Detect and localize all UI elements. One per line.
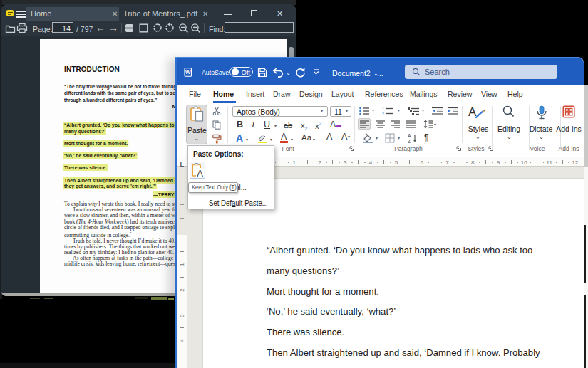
svg-text:A: A (408, 133, 411, 138)
svg-text:1: 1 (382, 107, 384, 111)
svg-text:2: 2 (382, 112, 384, 116)
svg-text:Z: Z (408, 139, 411, 144)
svg-text:A: A (197, 168, 203, 177)
svg-text:W: W (185, 69, 191, 75)
